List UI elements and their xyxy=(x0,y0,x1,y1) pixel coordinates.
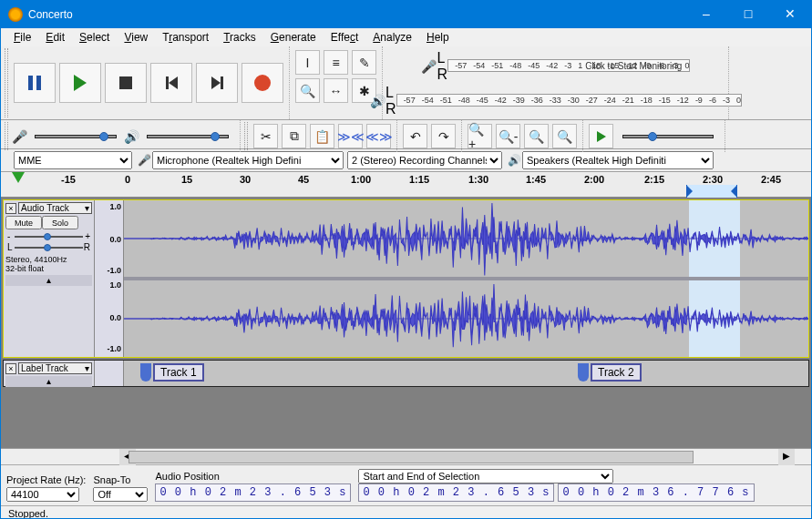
status-text: Stopped. xyxy=(8,508,48,519)
label-text[interactable]: Track 1 xyxy=(153,363,204,382)
window-title: Concerto xyxy=(28,8,685,21)
undo-toolbar: ↶ ↷ xyxy=(397,120,462,152)
cut-button[interactable]: ✂ xyxy=(253,124,278,148)
fit-selection-button[interactable]: 🔍 xyxy=(524,124,549,148)
play-button[interactable] xyxy=(59,63,101,103)
menu-transport[interactable]: Transport xyxy=(155,29,216,46)
menu-view[interactable]: View xyxy=(117,29,155,46)
audio-track-control-panel: × Audio Track▾ Mute Solo -+ LR Stereo, 4… xyxy=(4,200,95,357)
transport-toolbar xyxy=(1,46,290,119)
rec-channels-select[interactable]: 2 (Stereo) Recording Channels xyxy=(347,151,502,169)
timeline-ruler[interactable]: -15 0 15 30 45 1:00 1:15 1:30 1:45 2:00 … xyxy=(1,172,811,198)
label-handle-icon[interactable] xyxy=(578,363,589,382)
gain-slider[interactable]: -+ xyxy=(7,233,90,240)
menu-file[interactable]: File xyxy=(6,29,38,46)
audio-host-select[interactable]: MME xyxy=(14,151,132,169)
redo-button[interactable]: ↷ xyxy=(431,124,456,148)
fit-project-button[interactable]: 🔍 xyxy=(552,124,577,148)
speaker-icon[interactable]: 🔊 xyxy=(369,94,385,108)
skip-end-button[interactable] xyxy=(196,63,238,103)
zoom-out-button[interactable]: 🔍- xyxy=(496,124,520,148)
speaker-device-icon: 🔊 xyxy=(506,154,522,167)
maximize-button[interactable]: □ xyxy=(727,1,769,28)
menu-tracks[interactable]: Tracks xyxy=(216,29,263,46)
menu-help[interactable]: Help xyxy=(419,29,457,46)
track-close-button[interactable]: × xyxy=(5,203,16,214)
pause-button[interactable] xyxy=(14,63,56,103)
track-close-button[interactable]: × xyxy=(5,363,16,374)
waveform-display[interactable] xyxy=(124,200,808,357)
project-rate-select[interactable]: 44100 xyxy=(6,487,79,502)
selection-start-field[interactable]: 0 0 h 0 2 m 2 3 . 6 5 3 s xyxy=(358,483,554,502)
label-marker-2[interactable]: Track 2 xyxy=(578,362,642,382)
timeshift-tool-button[interactable]: ↔ xyxy=(324,78,348,103)
silence-button[interactable]: ≪≫ xyxy=(366,124,391,148)
selection-mode-select[interactable]: Start and End of Selection xyxy=(358,469,613,483)
selection-end-field[interactable]: 0 0 h 0 2 m 3 6 . 7 7 6 s xyxy=(558,483,754,502)
track-menu-dropdown[interactable]: Audio Track▾ xyxy=(18,202,92,214)
trim-button[interactable]: ≫≪ xyxy=(338,124,363,148)
track-menu-dropdown[interactable]: Label Track▾ xyxy=(18,362,92,374)
label-track-control-panel: × Label Track▾ ▴ xyxy=(4,361,95,386)
status-bar: Stopped. xyxy=(1,505,811,519)
scrollbar-thumb[interactable] xyxy=(128,451,694,463)
mute-button[interactable]: Mute xyxy=(5,216,42,229)
selection-tool-button[interactable]: I xyxy=(295,50,320,75)
label-track-body[interactable]: Track 1 Track 2 xyxy=(124,361,808,386)
envelope-tool-button[interactable]: ≡ xyxy=(324,50,348,75)
snap-to-label: Snap-To xyxy=(93,474,148,485)
snap-to-select[interactable]: Off xyxy=(93,487,148,502)
label-text[interactable]: Track 2 xyxy=(591,363,642,382)
recording-meter[interactable]: -57-54-51-48-45-42-3 Click to Start Moni… xyxy=(447,59,690,72)
playhead-icon[interactable] xyxy=(12,172,25,183)
output-device-select[interactable]: Speakers (Realtek High Definiti xyxy=(522,151,714,169)
input-device-select[interactable]: Microphone (Realtek High Defini xyxy=(152,151,344,169)
device-toolbar: MME 🎤 Microphone (Realtek High Defini 2 … xyxy=(1,149,811,172)
undo-button[interactable]: ↶ xyxy=(403,124,427,148)
rec-vol-icon: 🎤 xyxy=(12,129,27,144)
copy-button[interactable]: ⧉ xyxy=(282,124,306,148)
menu-select[interactable]: Select xyxy=(72,29,117,46)
draw-tool-button[interactable]: ✎ xyxy=(352,50,376,75)
menubar: File Edit Select View Transport Tracks G… xyxy=(1,28,811,46)
mic-icon[interactable]: 🎤 xyxy=(421,59,437,74)
mixer-toolbar: 🎤 🔊 xyxy=(1,120,241,152)
paste-button[interactable]: 📋 xyxy=(310,124,334,148)
menu-analyze[interactable]: Analyze xyxy=(365,29,419,46)
collapse-button[interactable]: ▴ xyxy=(5,376,92,387)
selection-toolbar: Project Rate (Hz): 44100 Snap-To Off Aud… xyxy=(1,464,811,505)
zoom-in-button[interactable]: 🔍+ xyxy=(468,124,492,148)
scroll-right-button[interactable]: ▶ xyxy=(778,449,795,465)
vertical-scale[interactable]: 1.0 0.0 -1.0 1.0 0.0 -1.0 xyxy=(95,200,124,357)
ruler-selection[interactable] xyxy=(686,185,737,198)
play-speed-slider[interactable] xyxy=(615,135,721,138)
titlebar: Concerto – □ ✕ xyxy=(1,1,811,28)
menu-generate[interactable]: Generate xyxy=(263,29,324,46)
label-marker-1[interactable]: Track 1 xyxy=(140,362,204,382)
project-rate-label: Project Rate (Hz): xyxy=(6,474,86,485)
menu-effect[interactable]: Effect xyxy=(324,29,365,46)
collapse-button[interactable]: ▴ xyxy=(5,275,92,286)
stop-button[interactable] xyxy=(105,63,147,103)
edit-toolbar: ✂ ⧉ 📋 ≫≪ ≪≫ xyxy=(241,120,397,152)
horizontal-scrollbar[interactable]: ◀ ▶ xyxy=(1,448,811,464)
solo-button[interactable]: Solo xyxy=(42,216,78,229)
menu-edit[interactable]: Edit xyxy=(38,29,72,46)
close-button[interactable]: ✕ xyxy=(769,1,811,28)
playback-meter[interactable]: -57-54-51-48-45-42-39-36-33-30-27-24-21-… xyxy=(396,94,742,107)
play-at-speed-button[interactable] xyxy=(589,124,613,148)
toolbar-upper-row: I ≡ ✎ 🔍 ↔ ✱ 🎤 LR -57-54-51-48-45-42-3 Cl… xyxy=(1,46,811,120)
rec-vol-slider[interactable] xyxy=(27,135,124,138)
zoom-toolbar: 🔍+ 🔍- 🔍 🔍 xyxy=(462,120,583,152)
play-vol-slider[interactable] xyxy=(139,135,236,138)
audio-position-field[interactable]: 0 0 h 0 2 m 2 3 . 6 5 3 s xyxy=(155,483,351,502)
pan-slider[interactable]: LR xyxy=(7,244,90,251)
label-handle-icon[interactable] xyxy=(140,363,151,382)
play-vol-icon: 🔊 xyxy=(124,129,139,144)
skip-start-button[interactable] xyxy=(150,63,192,103)
toolbar-lower-row: 🎤 🔊 ✂ ⧉ 📋 ≫≪ ≪≫ ↶ ↷ 🔍+ 🔍- 🔍 🔍 xyxy=(1,120,811,149)
record-button[interactable] xyxy=(242,63,283,103)
minimize-button[interactable]: – xyxy=(685,1,727,28)
zoom-tool-button[interactable]: 🔍 xyxy=(295,78,320,103)
app-icon xyxy=(8,7,23,22)
